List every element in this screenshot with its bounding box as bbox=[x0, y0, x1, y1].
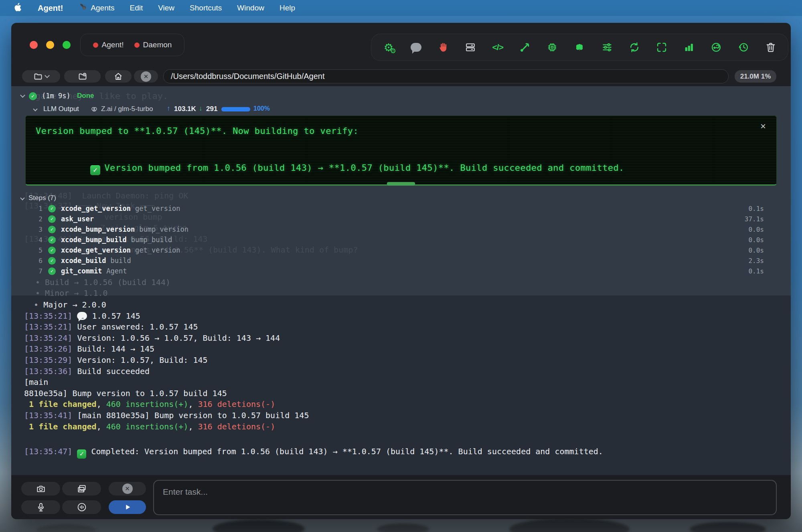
apple-menu[interactable] bbox=[14, 2, 22, 14]
step-success-icon: ✓ bbox=[48, 226, 56, 233]
step-row[interactable]: 4✓xcode_bump_buildbump_build0.0s bbox=[11, 235, 791, 245]
step-number: 7 bbox=[35, 267, 43, 275]
mechanical-arm-icon bbox=[78, 2, 88, 14]
step-success-icon: ✓ bbox=[48, 257, 56, 265]
task-input[interactable] bbox=[153, 480, 777, 515]
step-row[interactable]: 3✓xcode_bump_versionbump_version0.0s bbox=[11, 224, 791, 235]
step-row[interactable]: 7✓git_commitAgent0.1s bbox=[11, 266, 791, 276]
chevron-down-icon[interactable] bbox=[20, 196, 24, 200]
progress-percent: 100% bbox=[253, 105, 270, 112]
step-argument: build bbox=[111, 257, 131, 265]
step-duration: 0.1s bbox=[748, 205, 764, 212]
brain-icon[interactable] bbox=[573, 40, 586, 54]
wallpaper-rock bbox=[36, 524, 96, 532]
log-line: 1 file changed, 460 insertions(+), 316 d… bbox=[24, 399, 775, 410]
automation-gears-icon[interactable]: ⚙⚙ bbox=[382, 40, 395, 54]
voice-waveform-icon bbox=[77, 502, 87, 512]
log-line: • Major → 2.0.0 bbox=[24, 299, 775, 311]
close-window-button[interactable] bbox=[30, 41, 38, 49]
step-row[interactable]: 2✓ask_user37.1s bbox=[11, 214, 791, 224]
undo-icon[interactable] bbox=[709, 40, 723, 54]
log-line: [13:35:36] Build succeeded bbox=[24, 366, 775, 377]
zoom-window-button[interactable] bbox=[63, 41, 71, 49]
run-status-row[interactable]: ✓ (1m 9s) Done bbox=[11, 86, 791, 104]
log-line: 8810e35a] Bump version to 1.0.57 build 1… bbox=[24, 388, 775, 399]
microphone-button[interactable] bbox=[21, 500, 60, 514]
cpu-chip-icon[interactable] bbox=[545, 40, 559, 54]
trash-icon[interactable] bbox=[764, 40, 778, 54]
step-success-icon: ✓ bbox=[48, 267, 56, 275]
steps-section: Steps (7) 1✓xcode_get_versionget_version… bbox=[11, 193, 791, 276]
chevron-down-icon[interactable] bbox=[33, 107, 37, 111]
step-tool-name: ask_user bbox=[61, 215, 94, 223]
tab-agent[interactable]: Agent! bbox=[93, 40, 124, 49]
step-duration: 0.0s bbox=[748, 247, 764, 254]
clear-task-button[interactable]: ✕ bbox=[109, 482, 146, 496]
step-number: 4 bbox=[35, 236, 43, 244]
menu-item-agents[interactable]: Agents bbox=[78, 2, 114, 14]
step-duration: 0.1s bbox=[748, 267, 764, 275]
chevron-down-icon[interactable] bbox=[20, 93, 25, 98]
step-number: 6 bbox=[35, 257, 43, 265]
step-row[interactable]: 1✓xcode_get_versionget_version0.1s bbox=[11, 203, 791, 214]
banner-line-1: Version bumped to **1.0.57 (145)**. Now … bbox=[36, 126, 358, 136]
menu-item-window[interactable]: Window bbox=[237, 4, 264, 12]
home-button[interactable] bbox=[105, 70, 132, 83]
step-tool-name: xcode_bump_version bbox=[61, 225, 135, 233]
step-duration: 0.0s bbox=[748, 236, 764, 244]
speech-bubble-icon: … bbox=[77, 312, 87, 320]
refresh-icon[interactable] bbox=[628, 40, 641, 54]
photos-icon bbox=[77, 483, 87, 494]
history-icon[interactable] bbox=[737, 40, 750, 54]
llm-terminal-banner: Version bumped to **1.0.57 (145)**. Now … bbox=[25, 115, 777, 186]
menu-item-shortcuts[interactable]: Shortcuts bbox=[190, 4, 222, 12]
step-number: 1 bbox=[35, 205, 43, 212]
step-number: 5 bbox=[35, 247, 43, 254]
step-duration: 2.3s bbox=[748, 257, 764, 265]
run-output-area: game they'd like to play.[13:34:48] Laun… bbox=[11, 86, 791, 475]
recent-folders-button[interactable] bbox=[22, 70, 60, 83]
step-row[interactable]: 6✓xcode_buildbuild2.3s bbox=[11, 255, 791, 266]
chat-icon[interactable] bbox=[409, 40, 423, 54]
menu-item-help[interactable]: Help bbox=[279, 4, 295, 12]
log-line: [main bbox=[24, 377, 775, 388]
steps-list: 1✓xcode_get_versionget_version0.1s2✓ask_… bbox=[11, 203, 791, 276]
folder-icon bbox=[33, 72, 43, 81]
voice-mode-button[interactable] bbox=[62, 500, 101, 514]
menu-app-name[interactable]: Agent! bbox=[38, 4, 63, 13]
log-line: 1 file changed, 460 insertions(+), 316 d… bbox=[24, 421, 775, 433]
path-input[interactable]: /Users/toddbruss/Documents/GitHub/Agent bbox=[163, 69, 729, 83]
chevron-down-icon bbox=[45, 73, 50, 78]
fullscreen-icon[interactable] bbox=[655, 40, 668, 54]
window-toolbar: ⚙⚙ </> bbox=[371, 34, 788, 61]
step-row[interactable]: 5✓xcode_get_versionget_version0.0s bbox=[11, 245, 791, 255]
clear-path-button[interactable]: ✕ bbox=[134, 70, 158, 83]
tools-icon[interactable] bbox=[518, 40, 532, 54]
new-folder-button[interactable] bbox=[64, 70, 101, 83]
step-tool-name: xcode_get_version bbox=[61, 246, 131, 254]
tuning-sliders-icon[interactable] bbox=[600, 40, 614, 54]
menu-item-view[interactable]: View bbox=[158, 4, 174, 12]
code-icon[interactable]: </> bbox=[491, 40, 504, 54]
record-dot-icon bbox=[134, 42, 140, 48]
llm-output-row[interactable]: LLM Output Z.ai / glm-5-turbo ↑ 103.1K ↓… bbox=[11, 103, 791, 116]
run-task-button[interactable] bbox=[109, 500, 146, 514]
banner-close-button[interactable]: × bbox=[760, 121, 766, 131]
tab-daemon[interactable]: Daemon bbox=[134, 40, 172, 49]
menu-item-edit[interactable]: Edit bbox=[130, 4, 143, 12]
tokens-up-arrow-icon: ↑ bbox=[167, 105, 170, 113]
banner-resize-handle[interactable] bbox=[387, 182, 415, 186]
step-tool-name: xcode_build bbox=[61, 257, 106, 265]
photo-library-button[interactable] bbox=[62, 482, 101, 496]
run-status-label: Done bbox=[77, 92, 94, 100]
stats-bars-icon[interactable] bbox=[682, 40, 696, 54]
camera-button[interactable] bbox=[21, 482, 60, 496]
step-success-icon: ✓ bbox=[48, 205, 56, 212]
x-circle-icon: ✕ bbox=[122, 483, 133, 494]
step-success-icon: ✓ bbox=[48, 247, 56, 254]
banner-line-2: ✓Version bumped from 1.0.56 (build 143) … bbox=[36, 153, 631, 185]
step-argument: bump_version bbox=[139, 225, 188, 233]
minimize-window-button[interactable] bbox=[46, 41, 54, 49]
stop-hand-icon[interactable] bbox=[436, 40, 450, 54]
server-icon[interactable] bbox=[464, 40, 477, 54]
